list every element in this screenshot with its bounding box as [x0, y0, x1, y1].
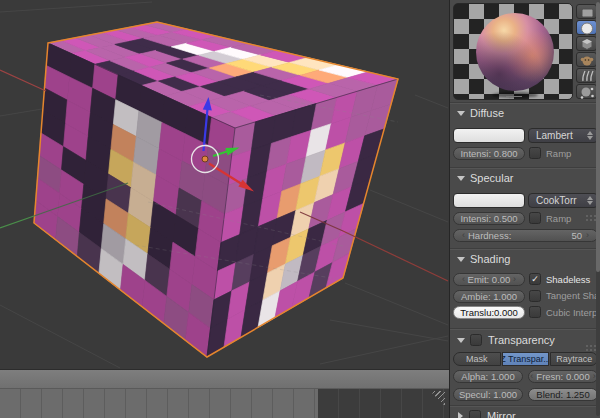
alpha-slider[interactable]: Alpha: 1.000 — [453, 370, 523, 383]
shading-checkbox-tangent-sha[interactable]: Tangent Sha... — [529, 290, 600, 302]
diffuse-panel-header[interactable]: Diffuse — [450, 105, 600, 121]
emit-value: 0.00 — [492, 274, 511, 285]
timeline-outside-range[interactable] — [318, 389, 449, 418]
section-divider — [450, 167, 600, 169]
fresnel-slider[interactable]: ‹ Fresn: 0.000 › — [528, 370, 598, 383]
specular-shader-value: CookTorr — [536, 195, 577, 206]
collapse-triangle-icon — [457, 176, 465, 181]
preview-type-buttons — [576, 4, 597, 100]
section-divider — [450, 102, 600, 104]
transparency-specular-slider[interactable]: Specul: 1.000 — [453, 388, 523, 401]
transparency-specular-value: Specul: 1.000 — [459, 389, 517, 400]
timeline-track[interactable] — [0, 389, 449, 418]
diffuse-ramp-label: Ramp — [546, 148, 571, 159]
collapse-triangle-icon — [457, 111, 465, 116]
checkbox-label: Tangent Sha... — [546, 290, 600, 301]
diffuse-color-swatch[interactable] — [453, 128, 525, 143]
specular-title: Specular — [470, 172, 513, 184]
object-origin-dot — [202, 156, 208, 162]
section-divider — [450, 248, 600, 250]
transparency-mode-mask[interactable]: Mask — [453, 352, 501, 366]
checkbox-icon[interactable]: ✓ — [529, 273, 541, 285]
sphere-icon — [578, 21, 596, 35]
shading-title: Shading — [470, 253, 510, 265]
preview-monkey-button[interactable] — [576, 52, 597, 67]
mirror-enable-checkbox[interactable] — [469, 410, 481, 418]
transparency-title: Transparency — [488, 334, 555, 346]
shading-checkbox-cubic-interp[interactable]: Cubic Interp... — [529, 306, 600, 318]
transparency-mode-raytrace[interactable]: Raytrace — [550, 352, 598, 366]
preview-resize-handle-icon[interactable] — [506, 96, 522, 100]
viewport-scene[interactable] — [0, 0, 449, 369]
monkey-icon — [578, 53, 596, 67]
transparency-mode-buttons: MaskZ Transpar...Raytrace — [453, 352, 598, 366]
diffuse-shader-dropdown[interactable]: Lambert — [528, 128, 598, 143]
emit-slider[interactable]: ‹ Emit: 0.00 › — [453, 273, 525, 286]
specular-intensity-value: Intensi: 0.500 — [460, 213, 517, 224]
cube-object[interactable] — [34, 22, 398, 357]
timeline-preview-range[interactable] — [0, 389, 318, 418]
preview-sphere-button[interactable] — [576, 20, 597, 35]
preview-hair-button[interactable] — [576, 68, 597, 83]
alpha-value: Alpha: 1.000 — [461, 371, 514, 382]
collapse-triangle-icon — [457, 338, 465, 343]
specular-intensity-slider[interactable]: Intensi: 0.500 — [453, 212, 525, 225]
dropdown-arrows-icon — [587, 196, 593, 205]
emit-label: Emit: — [468, 274, 490, 285]
preview-sphere — [476, 13, 554, 91]
section-divider — [450, 328, 600, 330]
section-divider — [450, 405, 600, 407]
checkbox-label: Shadeless — [546, 274, 590, 285]
preview-world-button[interactable] — [576, 84, 597, 99]
cube-icon — [578, 37, 596, 51]
hardness-value: 50 — [571, 230, 582, 241]
expand-triangle-icon — [458, 412, 463, 418]
blend-value: Blend: 1.250 — [536, 389, 589, 400]
mirror-panel-header[interactable]: Mirror — [450, 408, 600, 418]
flat-icon — [578, 5, 596, 19]
checkbox-icon[interactable] — [529, 290, 541, 302]
ambient-value: Ambie: 1.000 — [461, 291, 517, 302]
slider-left-arrow-icon[interactable]: ‹ — [530, 372, 533, 381]
scrollbar-thumb[interactable] — [596, 2, 600, 272]
diffuse-intensity-value: Intensi: 0.800 — [460, 148, 517, 159]
shading-checkbox-shadeless[interactable]: ✓Shadeless — [529, 273, 590, 285]
preview-flat-button[interactable] — [576, 4, 597, 19]
translucency-value: Translu:0.000 — [460, 307, 518, 318]
diffuse-ramp-checkbox[interactable]: Ramp — [529, 147, 571, 159]
checkbox-icon[interactable] — [529, 212, 541, 224]
material-preview — [453, 3, 573, 100]
specular-panel-header[interactable]: Specular — [450, 170, 600, 186]
hardness-slider[interactable]: ‹ Hardness: 50 › — [453, 229, 598, 242]
slider-right-arrow-icon[interactable]: › — [586, 231, 589, 240]
ambient-slider[interactable]: Ambie: 1.000 — [453, 290, 525, 303]
specular-ramp-checkbox[interactable]: Ramp — [529, 212, 571, 224]
specular-color-swatch[interactable] — [453, 193, 525, 208]
preview-cube-button[interactable] — [576, 36, 597, 51]
slider-right-arrow-icon[interactable]: › — [513, 275, 516, 284]
transparency-enable-checkbox[interactable] — [470, 334, 482, 346]
transparency-mode-z-transpar[interactable]: Z Transpar... — [502, 352, 550, 366]
diffuse-intensity-slider[interactable]: Intensi: 0.800 — [453, 147, 525, 160]
hair-icon — [578, 69, 596, 83]
specular-ramp-label: Ramp — [546, 213, 571, 224]
specular-shader-dropdown[interactable]: CookTorr — [528, 193, 598, 208]
diffuse-shader-value: Lambert — [536, 130, 573, 141]
checkbox-icon[interactable] — [529, 306, 541, 318]
shading-panel-header[interactable]: Shading — [450, 251, 600, 267]
checkbox-icon[interactable] — [529, 147, 541, 159]
blender-window: Diffuse Lambert Intensi: 0.800 Ramp Spec… — [0, 0, 600, 418]
material-properties-panel: Diffuse Lambert Intensi: 0.800 Ramp Spec… — [449, 0, 600, 418]
hardness-label: Hardness: — [465, 230, 571, 241]
collapse-triangle-icon — [457, 257, 465, 262]
dropdown-arrows-icon — [587, 131, 593, 140]
3d-viewport[interactable] — [0, 0, 449, 369]
transparency-panel-header[interactable]: Transparency — [450, 332, 600, 348]
slider-left-arrow-icon[interactable]: ‹ — [462, 275, 465, 284]
blend-slider[interactable]: Blend: 1.250 — [528, 388, 598, 401]
checkbox-label: Cubic Interp... — [546, 307, 600, 318]
diffuse-title: Diffuse — [470, 107, 504, 119]
timeline-header[interactable] — [0, 369, 449, 389]
translucency-field[interactable]: Translu:0.000 — [453, 306, 525, 319]
panel-scrollbar[interactable] — [596, 2, 600, 416]
